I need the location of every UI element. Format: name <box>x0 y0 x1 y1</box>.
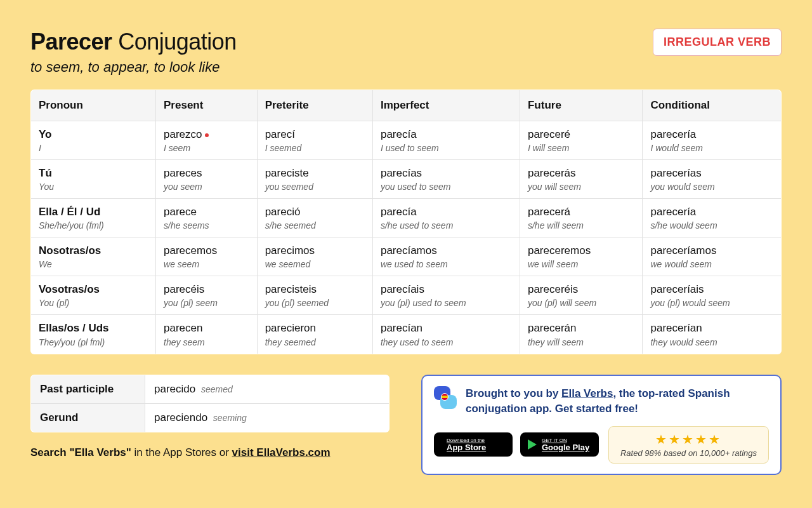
app-icon <box>434 386 457 409</box>
pronoun-cell: Ella / Él / UdShe/he/you (fml) <box>31 199 156 237</box>
conjugation-cell: parecíI seemed <box>257 121 372 160</box>
conjugation-cell: parecías/he used to seem <box>372 199 520 237</box>
column-header: Future <box>520 90 643 121</box>
conjugation-cell: pareces/he seems <box>156 199 258 237</box>
table-row: Ellas/os / UdsThey/you (pl fml)parecenth… <box>31 315 782 354</box>
conjugation-cell: parecíaisyou (pl) used to seem <box>372 276 520 315</box>
pronoun-cell: YoI <box>31 121 156 160</box>
conjugation-cell: parecerías/he would seem <box>643 199 782 237</box>
conjugation-cell: pareciós/he seemed <box>257 199 372 237</box>
star-icons: ★★★★★ <box>620 432 757 447</box>
conjugation-cell: parecíanthey used to seem <box>372 315 520 354</box>
rating-box: ★★★★★ Rated 98% based on 10,000+ ratings <box>608 426 769 464</box>
conjugation-cell: parecerásyou will seem <box>520 160 643 199</box>
verb-name: Parecer <box>30 29 112 55</box>
pronoun-cell: TúYou <box>31 160 156 199</box>
conjugation-cell: pareceríanthey would seem <box>643 315 782 354</box>
conjugation-table: PronounPresentPreteriteImperfectFutureCo… <box>30 90 782 354</box>
conjugation-cell: pareceríasyou would seem <box>643 160 782 199</box>
conjugation-cell: pareceréisyou (pl) will seem <box>520 276 643 315</box>
table-row: Ella / Él / UdShe/he/you (fml)pareces/he… <box>31 199 782 237</box>
irregular-badge: IRREGULAR VERB <box>653 29 782 56</box>
conjugation-cell: parecisteisyou (pl) seemed <box>257 276 372 315</box>
conjugation-cell: parecenthey seem <box>156 315 258 354</box>
conjugation-cell: parecerás/he will seem <box>520 199 643 237</box>
conjugation-cell: parecimoswe seemed <box>257 237 372 276</box>
promo-text: Brought to you by Ella Verbs, the top-ra… <box>466 386 769 417</box>
conjugation-cell: pareceréI will seem <box>520 121 643 160</box>
gerund-label: Gerund <box>31 403 145 432</box>
google-play-icon <box>528 439 537 450</box>
pronoun-cell: Vosotras/osYou (pl) <box>31 276 156 315</box>
promo-card: Brought to you by Ella Verbs, the top-ra… <box>421 375 782 475</box>
conjugation-cell: pareceránthey will seem <box>520 315 643 354</box>
column-header: Imperfect <box>372 90 520 121</box>
conjugation-cell: parecíaI used to seem <box>372 121 520 160</box>
conjugation-cell: pareceríaI would seem <box>643 121 782 160</box>
conjugation-cell: pareceremoswe will seem <box>520 237 643 276</box>
table-row: TúYouparecesyou seemparecisteyou seemedp… <box>31 160 782 199</box>
gerund-value: pareciendo seeming <box>145 403 390 432</box>
conjugation-cell: pareceríaisyou (pl) would seem <box>643 276 782 315</box>
table-row: YoIparezcoI seemparecíI seemedparecíaI u… <box>31 121 782 160</box>
conjugation-cell: parecieronthey seemed <box>257 315 372 354</box>
column-header: Present <box>156 90 258 121</box>
column-header: Pronoun <box>31 90 156 121</box>
appstore-badge[interactable]: Download on theApp Store <box>434 432 513 457</box>
pronoun-cell: Nosotras/osWe <box>31 237 156 276</box>
column-header: Conditional <box>643 90 782 121</box>
page-title: Parecer Conjugation <box>30 29 237 55</box>
table-row: Nosotras/osWeparecemoswe seemparecimoswe… <box>31 237 782 276</box>
verb-translation: to seem, to appear, to look like <box>30 59 237 76</box>
conjugation-cell: parecíasyou used to seem <box>372 160 520 199</box>
rating-text: Rated 98% based on 10,000+ ratings <box>620 448 757 458</box>
past-participle-label: Past participle <box>31 375 145 403</box>
column-header: Preterite <box>257 90 372 121</box>
conjugation-cell: parecéisyou (pl) seem <box>156 276 258 315</box>
conjugation-cell: pareceríamoswe would seem <box>643 237 782 276</box>
pronoun-cell: Ellas/os / UdsThey/you (pl fml) <box>31 315 156 354</box>
title-suffix: Conjugation <box>118 29 237 55</box>
conjugation-cell: parecíamoswe used to seem <box>372 237 520 276</box>
conjugation-cell: parecemoswe seem <box>156 237 258 276</box>
search-line: Search "Ella Verbs" in the App Stores or… <box>30 446 390 459</box>
forms-table: Past participle parecido seemed Gerund p… <box>30 375 390 432</box>
table-row: Vosotras/osYou (pl)parecéisyou (pl) seem… <box>31 276 782 315</box>
irregular-dot-icon <box>205 133 209 137</box>
ella-verbs-link[interactable]: Ella Verbs <box>561 387 613 399</box>
visit-link[interactable]: visit EllaVerbs.com <box>232 446 331 458</box>
conjugation-cell: parecesyou seem <box>156 160 258 199</box>
past-participle-value: parecido seemed <box>145 375 390 403</box>
conjugation-cell: parezcoI seem <box>156 121 258 160</box>
googleplay-badge[interactable]: GET IT ONGoogle Play <box>520 432 599 457</box>
conjugation-cell: parecisteyou seemed <box>257 160 372 199</box>
